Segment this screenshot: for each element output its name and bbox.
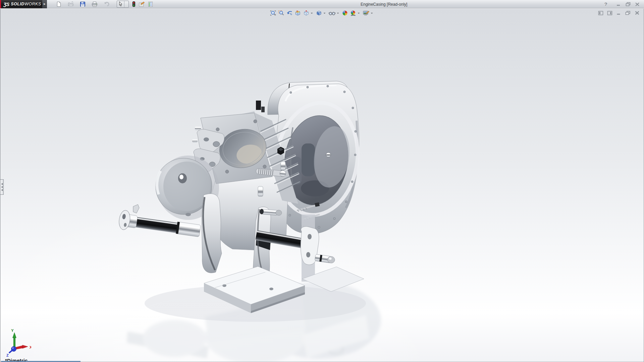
edit-sketch-note-button[interactable] xyxy=(138,0,145,8)
select-tool-button[interactable] xyxy=(117,1,124,7)
new-document-icon xyxy=(56,1,62,7)
y-axis-arrow xyxy=(13,333,16,338)
save-button[interactable] xyxy=(79,0,86,8)
new-document-button[interactable] xyxy=(56,0,62,8)
restore-icon xyxy=(626,2,631,6)
traffic-light-button[interactable] xyxy=(131,0,136,8)
restore-button[interactable] xyxy=(624,1,632,8)
close-button[interactable] xyxy=(633,1,641,8)
undo-button[interactable] xyxy=(103,0,110,8)
select-cursor-icon xyxy=(118,1,123,7)
save-icon xyxy=(80,1,86,7)
main-toolbar xyxy=(56,0,159,8)
triad-z-label: Z xyxy=(6,353,9,357)
edit-sketch-note-icon xyxy=(139,1,145,7)
brand-bold: SOLID xyxy=(11,2,24,6)
minimize-icon xyxy=(616,2,621,6)
traffic-light-icon xyxy=(132,1,136,7)
options-button[interactable] xyxy=(147,0,154,8)
print-icon xyxy=(92,1,98,7)
engine-casing-model[interactable] xyxy=(0,9,644,362)
select-tool-group xyxy=(117,1,129,8)
help-button[interactable]: ? xyxy=(603,1,608,8)
window-title: EngineCasing [Read-only] xyxy=(361,0,407,8)
triad-x-label: X xyxy=(30,345,31,349)
menu-expander-arrow[interactable]: ▶ xyxy=(42,0,47,8)
options-icon xyxy=(148,1,153,7)
open-button[interactable] xyxy=(67,0,74,8)
close-icon xyxy=(635,2,640,6)
z-ball-highlight xyxy=(12,347,14,349)
solidworks-logo: ƷS SOLIDWORKS xyxy=(0,0,42,8)
view-orientation-label: *Dimetric xyxy=(5,358,28,362)
open-icon xyxy=(68,1,74,7)
orientation-triad: Y X Z xyxy=(3,328,31,359)
solidworks-logo-mark: ƷS xyxy=(3,1,9,7)
triad-y-label: Y xyxy=(11,328,14,333)
minimize-button[interactable] xyxy=(614,1,623,8)
small-clip xyxy=(133,204,139,213)
graphics-viewport[interactable]: Y X Z *Dimetric xyxy=(0,9,644,362)
z-axis-ball xyxy=(11,347,16,352)
brand-light: WORKS xyxy=(24,2,41,6)
window-controls: ? xyxy=(603,0,641,8)
x-axis-arrow xyxy=(22,345,28,349)
brand-red-strip xyxy=(0,0,1,8)
help-icon: ? xyxy=(604,1,607,7)
print-button[interactable] xyxy=(91,0,98,8)
solidworks-logo-text: SOLIDWORKS xyxy=(11,2,41,6)
titlebar: ƷS SOLIDWORKS ▶ xyxy=(0,0,644,8)
select-tool-dropdown[interactable] xyxy=(124,1,128,7)
undo-icon xyxy=(104,1,110,7)
